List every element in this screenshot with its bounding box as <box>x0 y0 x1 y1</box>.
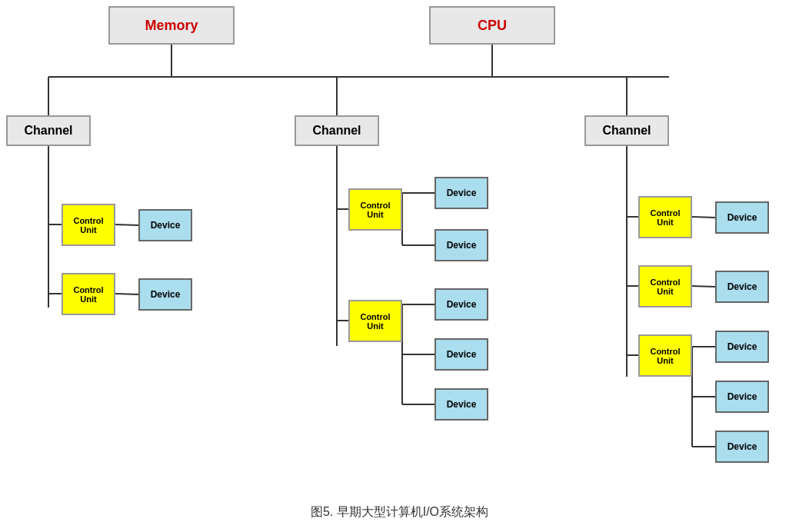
device-3-2: Device <box>715 271 769 303</box>
device-3-3-3: Device <box>715 431 769 463</box>
device-3-1: Device <box>715 201 769 234</box>
memory-node: Memory <box>108 6 235 45</box>
channel-1-node: Channel <box>6 115 91 146</box>
svg-line-9 <box>115 224 138 225</box>
device-2-1-1: Device <box>434 177 488 209</box>
channel-3-node: Channel <box>584 115 669 146</box>
svg-line-10 <box>115 294 138 294</box>
channel-2-node: Channel <box>295 115 379 146</box>
cpu-node: CPU <box>429 6 555 45</box>
control-unit-2-1: ControlUnit <box>348 188 402 231</box>
control-unit-1-1: ControlUnit <box>62 204 115 246</box>
svg-line-25 <box>692 217 715 218</box>
figure-caption: 图5. 早期大型计算机I/O系统架构 <box>0 492 799 532</box>
device-2-2-2: Device <box>434 338 488 371</box>
device-2-2-3: Device <box>434 388 488 421</box>
device-2-2-1: Device <box>434 288 488 321</box>
control-unit-3-1: ControlUnit <box>638 196 692 238</box>
svg-line-26 <box>692 286 715 287</box>
device-3-3-1: Device <box>715 331 769 363</box>
control-unit-2-2: ControlUnit <box>348 300 402 342</box>
device-1-2: Device <box>138 278 192 311</box>
device-2-1-2: Device <box>434 229 488 261</box>
diagram-container: Memory CPU Channel Channel Channel Contr… <box>0 0 799 492</box>
control-unit-1-2: ControlUnit <box>62 273 115 315</box>
connector-lines <box>0 0 799 492</box>
device-3-3-2: Device <box>715 381 769 413</box>
device-1-1: Device <box>138 209 192 241</box>
control-unit-3-3: ControlUnit <box>638 334 692 377</box>
control-unit-3-2: ControlUnit <box>638 265 692 308</box>
